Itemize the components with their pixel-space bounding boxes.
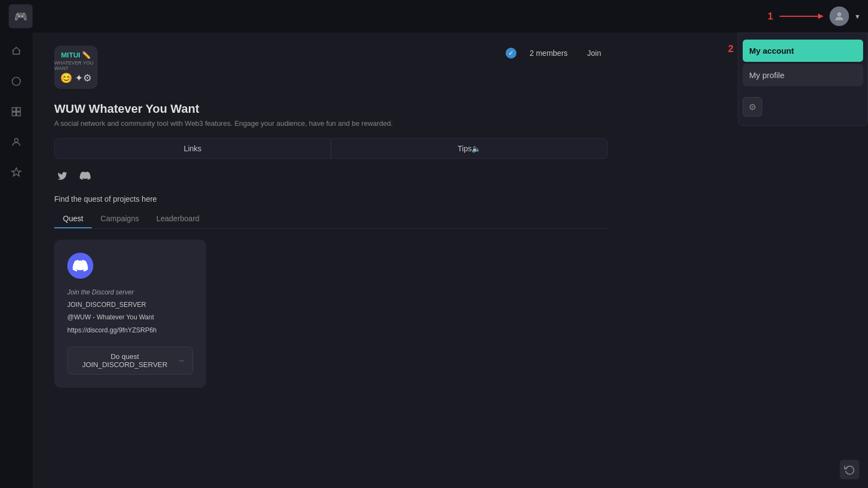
app-logo: 🎮 bbox=[9, 4, 33, 28]
svg-point-1 bbox=[12, 78, 21, 86]
annotation-1: 1 bbox=[768, 11, 773, 22]
links-tab[interactable]: Links bbox=[54, 138, 331, 159]
refresh-icon bbox=[844, 464, 855, 475]
discord-social-icon[interactable] bbox=[77, 168, 93, 184]
verified-badge: ✓ bbox=[506, 48, 516, 59]
quest-link: https://discord.gg/9fnYZSRP6h bbox=[67, 325, 193, 336]
logo-emoji: 🎮 bbox=[14, 10, 28, 23]
sidebar-home[interactable] bbox=[7, 41, 26, 61]
project-meta-right: ✓ 2 members Join bbox=[506, 46, 608, 61]
svg-point-0 bbox=[837, 12, 841, 16]
members-count: 2 members bbox=[529, 49, 567, 57]
user-avatar[interactable] bbox=[829, 7, 849, 26]
svg-point-6 bbox=[15, 138, 18, 142]
discord-logo bbox=[67, 253, 93, 279]
main-content: MITUI ✏️ WHATEVER YOU WANT 😊 ✦⚙ ✓ 2 memb… bbox=[33, 33, 629, 401]
sidebar-person[interactable] bbox=[7, 132, 26, 152]
quest-tab[interactable]: Quest bbox=[54, 210, 92, 228]
svg-rect-4 bbox=[12, 112, 16, 116]
action-tabs: Links Tips🔈 bbox=[54, 138, 608, 159]
leaderboard-tab[interactable]: Leaderboard bbox=[148, 210, 208, 228]
annotation-2: 2 bbox=[728, 43, 733, 55]
topbar-right: 1 ▾ bbox=[768, 7, 859, 26]
do-quest-button[interactable]: Do quest JOIN_DISCORD_SERVER → bbox=[67, 346, 193, 375]
project-header: MITUI ✏️ WHATEVER YOU WANT 😊 ✦⚙ ✓ 2 memb… bbox=[54, 46, 608, 89]
sub-tabs: Quest Campaigns Leaderboard bbox=[54, 210, 608, 229]
gear-button[interactable]: ⚙ bbox=[743, 97, 762, 117]
svg-rect-5 bbox=[17, 112, 21, 116]
sidebar-grid[interactable] bbox=[7, 102, 26, 121]
sidebar bbox=[0, 33, 33, 488]
dropdown-chevron[interactable]: ▾ bbox=[856, 12, 859, 21]
project-logo: MITUI ✏️ WHATEVER YOU WANT 😊 ✦⚙ bbox=[54, 46, 98, 89]
tips-tab[interactable]: Tips🔈 bbox=[331, 138, 608, 159]
quest-card: Join the Discord server JOIN_DISCORD_SER… bbox=[54, 240, 206, 388]
campaigns-tab[interactable]: Campaigns bbox=[92, 210, 148, 228]
person-icon bbox=[11, 137, 22, 147]
quest-account: @WUW - Whatever You Want bbox=[67, 312, 193, 323]
quest-join-text: Join the Discord server bbox=[67, 287, 193, 298]
project-name: WUW Whatever You Want bbox=[54, 102, 608, 116]
do-quest-label: Do quest JOIN_DISCORD_SERVER bbox=[75, 352, 174, 369]
quest-server-name: JOIN_DISCORD_SERVER bbox=[67, 300, 193, 310]
quest-label: Find the quest of projects here bbox=[54, 195, 608, 203]
project-logo-area: MITUI ✏️ WHATEVER YOU WANT 😊 ✦⚙ bbox=[54, 46, 98, 89]
topbar: 🎮 1 ▾ bbox=[0, 0, 868, 33]
join-button[interactable]: Join bbox=[580, 46, 608, 61]
quest-arrow-icon: → bbox=[177, 356, 185, 365]
grid-icon bbox=[11, 106, 22, 117]
my-profile-item[interactable]: My profile bbox=[743, 64, 863, 86]
logo-subtitle: WHATEVER YOU WANT bbox=[54, 60, 98, 71]
dropdown-menu: My account My profile ⚙ bbox=[738, 33, 868, 126]
sidebar-star[interactable] bbox=[7, 163, 26, 182]
my-account-item[interactable]: My account bbox=[743, 40, 863, 62]
star-icon bbox=[11, 167, 22, 178]
sidebar-circle[interactable] bbox=[7, 72, 26, 91]
twitter-icon[interactable] bbox=[54, 168, 71, 184]
dropdown-divider bbox=[738, 88, 867, 93]
home-icon bbox=[11, 46, 22, 56]
circle-icon bbox=[11, 76, 22, 87]
logo-text: MITUI ✏️ bbox=[61, 51, 91, 59]
avatar-icon bbox=[833, 10, 845, 22]
annotation-arrow-1 bbox=[780, 16, 823, 17]
svg-rect-3 bbox=[17, 108, 21, 112]
check-circle: ✓ bbox=[506, 48, 516, 59]
project-desc: A social network and community tool with… bbox=[54, 119, 608, 127]
social-icons bbox=[54, 168, 608, 184]
svg-rect-2 bbox=[12, 108, 16, 112]
refresh-icon-button[interactable] bbox=[840, 460, 859, 479]
logo-emoji-row: 😊 ✦⚙ bbox=[60, 72, 92, 84]
gear-icon: ⚙ bbox=[749, 102, 756, 112]
discord-logo-icon bbox=[73, 258, 88, 273]
